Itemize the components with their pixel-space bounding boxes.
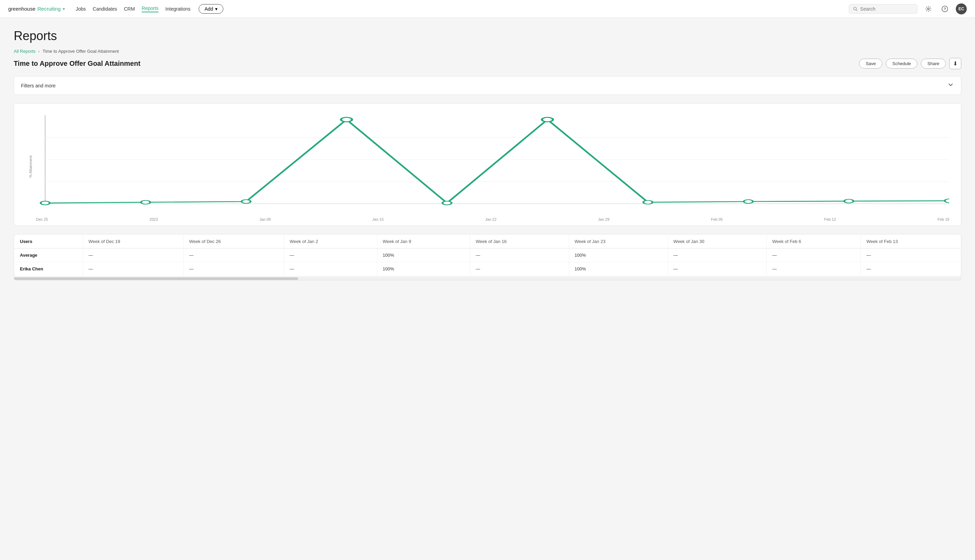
table-body: Average — — — 100% — 100% — — — Erika Ch…: [14, 248, 961, 276]
nav-link-integrations[interactable]: Integrations: [166, 6, 191, 12]
nav-link-crm[interactable]: CRM: [124, 6, 135, 12]
table-row: Erika Chen — — — 100% — 100% — — —: [14, 262, 961, 276]
row-erika-jan2: —: [284, 262, 377, 276]
logo-greenhouse-text: greenhouse: [8, 6, 35, 12]
col-header-jan2: Week of Jan 2: [284, 235, 377, 248]
scrollbar-track[interactable]: [14, 277, 961, 280]
x-label-4: Jan 22: [485, 217, 497, 222]
row-user-average: Average: [14, 248, 83, 262]
svg-point-19: [945, 199, 949, 203]
data-table-wrapper: Users Week of Dec 19 Week of Dec 26 Week…: [14, 234, 961, 280]
svg-point-15: [542, 117, 553, 122]
breadcrumb-separator: ›: [38, 49, 40, 54]
help-button[interactable]: ?: [939, 3, 950, 14]
svg-point-11: [141, 200, 150, 204]
svg-point-16: [643, 200, 652, 204]
filters-bar[interactable]: Filters and more: [14, 76, 961, 95]
logo-chevron-icon: ▾: [63, 7, 65, 11]
page-content: Reports All Reports › Time to Approve Of…: [0, 18, 975, 291]
svg-point-10: [40, 201, 50, 205]
chart-container: % Attainment: [22, 112, 953, 222]
report-actions: Save Schedule Share ⬇: [859, 58, 961, 69]
filters-label: Filters and more: [21, 83, 55, 88]
search-icon: [853, 7, 857, 11]
breadcrumb-current: Time to Approve Offer Goal Attainment: [43, 49, 119, 54]
x-label-1: 2023: [150, 217, 158, 222]
svg-line-1: [856, 10, 857, 11]
nav-link-reports[interactable]: Reports: [142, 5, 159, 12]
schedule-button[interactable]: Schedule: [886, 58, 917, 68]
col-header-feb13: Week of Feb 13: [861, 235, 961, 248]
table-row: Average — — — 100% — 100% — — —: [14, 248, 961, 262]
svg-point-17: [744, 200, 753, 203]
row-erika-feb6: —: [766, 262, 861, 276]
row-average-dec19: —: [83, 248, 184, 262]
row-erika-dec26: —: [184, 262, 284, 276]
chart-card: % Attainment: [14, 103, 961, 226]
download-button[interactable]: ⬇: [949, 58, 961, 69]
y-axis-label: % Attainment: [28, 156, 33, 178]
row-average-jan9: 100%: [377, 248, 470, 262]
logo-recruiting-text: Recruiting: [37, 6, 61, 12]
filters-chevron-icon: [947, 81, 954, 90]
table-header: Users Week of Dec 19 Week of Dec 26 Week…: [14, 235, 961, 248]
col-header-jan16: Week of Jan 16: [470, 235, 569, 248]
x-label-8: Feb 19: [938, 217, 949, 222]
report-title: Time to Approve Offer Goal Attainment: [14, 60, 140, 68]
col-header-jan23: Week of Jan 23: [569, 235, 667, 248]
row-average-feb13: —: [861, 248, 961, 262]
col-header-feb6: Week of Feb 6: [766, 235, 861, 248]
nav-link-jobs[interactable]: Jobs: [76, 6, 86, 12]
row-average-feb6: —: [766, 248, 861, 262]
x-label-7: Feb 12: [824, 217, 836, 222]
breadcrumb-all-reports[interactable]: All Reports: [14, 49, 36, 54]
search-input[interactable]: [860, 6, 913, 12]
svg-text:?: ?: [944, 7, 946, 11]
row-average-jan16: —: [470, 248, 569, 262]
x-label-6: Feb 05: [711, 217, 722, 222]
row-erika-jan23: 100%: [569, 262, 667, 276]
logo[interactable]: greenhouse Recruiting ▾: [8, 6, 65, 12]
add-label: Add: [204, 6, 213, 12]
col-header-users: Users: [14, 235, 83, 248]
add-chevron-icon: ▾: [215, 6, 217, 12]
row-erika-jan30: —: [667, 262, 766, 276]
search-bar[interactable]: [849, 4, 917, 14]
col-header-dec19: Week of Dec 19: [83, 235, 184, 248]
svg-point-2: [928, 8, 929, 10]
nav-right: ? EC: [849, 3, 967, 14]
row-erika-feb13: —: [861, 262, 961, 276]
row-erika-jan16: —: [470, 262, 569, 276]
x-label-2: Jan 08: [259, 217, 271, 222]
row-average-jan30: —: [667, 248, 766, 262]
row-erika-jan9: 100%: [377, 262, 470, 276]
gear-icon: [925, 5, 932, 12]
x-axis-labels: Dec 25 2023 Jan 08 Jan 15 Jan 22 Jan 29 …: [36, 217, 949, 222]
page-title: Reports: [14, 29, 961, 43]
col-header-jan9: Week of Jan 9: [377, 235, 470, 248]
svg-point-12: [241, 200, 251, 203]
row-erika-dec19: —: [83, 262, 184, 276]
avatar-button[interactable]: EC: [956, 3, 967, 14]
add-button[interactable]: Add ▾: [199, 4, 223, 14]
scrollbar-thumb[interactable]: [14, 277, 298, 280]
share-button[interactable]: Share: [921, 58, 946, 68]
svg-point-18: [844, 200, 853, 203]
x-label-3: Jan 15: [372, 217, 383, 222]
row-user-erika: Erika Chen: [14, 262, 83, 276]
data-table: Users Week of Dec 19 Week of Dec 26 Week…: [14, 234, 961, 276]
settings-button[interactable]: [923, 3, 934, 14]
line-chart-svg: [36, 115, 949, 211]
table-header-row: Users Week of Dec 19 Week of Dec 26 Week…: [14, 235, 961, 248]
col-header-jan30: Week of Jan 30: [667, 235, 766, 248]
row-average-jan23: 100%: [569, 248, 667, 262]
save-button[interactable]: Save: [859, 58, 882, 68]
nav-link-candidates[interactable]: Candidates: [93, 6, 117, 12]
svg-point-14: [443, 201, 452, 205]
row-average-jan2: —: [284, 248, 377, 262]
avatar-initials: EC: [958, 7, 964, 11]
row-average-dec26: —: [184, 248, 284, 262]
report-header: Time to Approve Offer Goal Attainment Sa…: [14, 58, 961, 69]
x-label-5: Jan 29: [598, 217, 609, 222]
nav-links: Jobs Candidates CRM Reports Integrations: [76, 5, 191, 12]
